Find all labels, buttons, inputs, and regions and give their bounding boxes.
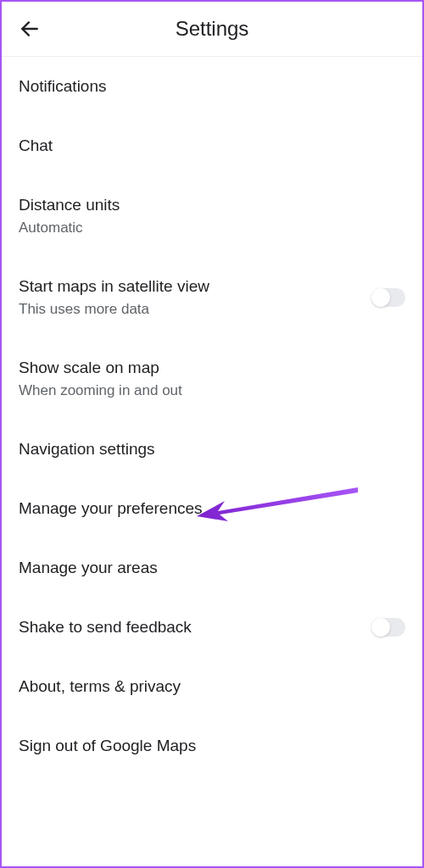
setting-areas[interactable]: Manage your areas [2, 538, 422, 598]
setting-preferences[interactable]: Manage your preferences [2, 479, 422, 538]
setting-title: About, terms & privacy [19, 677, 181, 696]
setting-title: Navigation settings [19, 440, 155, 459]
setting-text: Navigation settings [19, 440, 155, 459]
setting-text: Chat [19, 136, 53, 155]
setting-distance-units[interactable]: Distance units Automatic [2, 175, 422, 257]
setting-text: Start maps in satellite view This uses m… [19, 277, 209, 318]
header: Settings [2, 2, 422, 57]
setting-title: Distance units [19, 196, 120, 214]
setting-text: Show scale on map When zooming in and ou… [19, 359, 182, 399]
setting-chat[interactable]: Chat [2, 116, 422, 175]
setting-text: Manage your preferences [19, 499, 203, 518]
setting-text: Shake to send feedback [19, 618, 192, 637]
setting-text: Notifications [19, 77, 107, 96]
setting-text: About, terms & privacy [19, 677, 181, 696]
page-title: Settings [19, 17, 405, 41]
setting-title: Start maps in satellite view [19, 277, 209, 296]
setting-title: Show scale on map [19, 359, 182, 377]
setting-notifications[interactable]: Notifications [2, 57, 422, 116]
setting-title: Manage your areas [19, 559, 158, 577]
setting-about[interactable]: About, terms & privacy [2, 657, 422, 716]
setting-text: Sign out of Google Maps [19, 737, 196, 755]
setting-satellite-view[interactable]: Start maps in satellite view This uses m… [2, 257, 422, 338]
setting-signout[interactable]: Sign out of Google Maps [2, 716, 422, 776]
setting-subtitle: This uses more data [19, 301, 209, 318]
setting-title: Sign out of Google Maps [19, 737, 196, 755]
setting-text: Distance units Automatic [19, 196, 120, 236]
back-button[interactable] [19, 18, 41, 40]
settings-list: Notifications Chat Distance units Automa… [2, 57, 422, 776]
setting-show-scale[interactable]: Show scale on map When zooming in and ou… [2, 338, 422, 420]
setting-text: Manage your areas [19, 559, 158, 577]
setting-navigation[interactable]: Navigation settings [2, 420, 422, 479]
setting-title: Shake to send feedback [19, 618, 192, 637]
back-arrow-icon [19, 18, 41, 40]
setting-title: Manage your preferences [19, 499, 203, 518]
toggle-shake[interactable] [371, 618, 405, 637]
setting-subtitle: When zooming in and out [19, 382, 182, 399]
setting-title: Chat [19, 136, 53, 155]
toggle-satellite[interactable] [371, 288, 405, 307]
setting-title: Notifications [19, 77, 107, 96]
setting-subtitle: Automatic [19, 220, 120, 236]
setting-shake-feedback[interactable]: Shake to send feedback [2, 598, 422, 657]
